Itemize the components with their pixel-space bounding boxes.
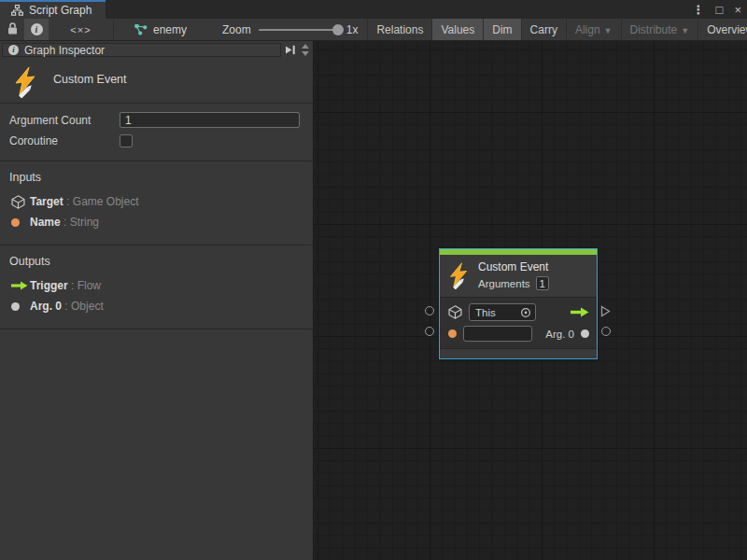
tab-script-graph[interactable]: Script Graph <box>0 0 106 19</box>
input-row-target: Target : Game Object <box>9 192 303 211</box>
flow-arrow-icon <box>9 281 30 290</box>
custom-event-icon <box>448 262 470 289</box>
button-carry[interactable]: Carry <box>522 19 567 40</box>
event-title-block: Custom Event <box>0 58 313 103</box>
stepper-down-icon[interactable] <box>302 51 309 56</box>
inputs-section: Inputs Target : Game Object Name : Strin… <box>0 161 313 245</box>
window-maximize-icon[interactable]: □ <box>716 4 724 16</box>
cube-icon <box>9 195 30 209</box>
output-row-trigger: Trigger : Flow <box>9 276 303 295</box>
inspect-toggle-button[interactable]: i <box>24 19 49 40</box>
breadcrumb-label: enemy <box>153 23 187 36</box>
window-close-icon[interactable]: × <box>734 4 741 16</box>
node-custom-event[interactable]: Custom Event Arguments 1 <box>439 248 598 359</box>
name-input-port[interactable] <box>425 327 434 336</box>
graph-inspector-header: i Graph Inspector <box>2 43 281 57</box>
button-values[interactable]: Values <box>432 19 484 40</box>
zoom-slider-handle[interactable] <box>332 24 344 35</box>
name-port-icon[interactable] <box>448 329 457 338</box>
inputs-heading: Inputs <box>9 171 303 184</box>
node-arguments-label: Arguments <box>478 278 530 289</box>
arg0-port-icon[interactable] <box>581 329 589 338</box>
cube-icon <box>448 305 462 319</box>
outputs-heading: Outputs <box>9 255 303 268</box>
window-menu-icon[interactable]: ⋮ <box>693 4 705 16</box>
output-row-arg0: Arg. 0 : Object <box>9 297 303 315</box>
argument-count-field[interactable] <box>120 112 300 128</box>
window-tab-bar: Script Graph ⋮ □ × <box>0 0 747 19</box>
stepper-up-icon[interactable] <box>302 44 309 49</box>
node-header[interactable]: Custom Event Arguments 1 <box>440 255 597 297</box>
lock-icon <box>7 22 18 37</box>
target-input-port[interactable] <box>425 306 434 315</box>
chevron-down-icon: ▼ <box>681 26 689 35</box>
panel-stepper[interactable] <box>300 44 311 56</box>
trigger-output-port[interactable] <box>600 305 611 320</box>
dock-icon <box>285 45 296 55</box>
flow-arrow-icon[interactable] <box>571 307 589 317</box>
custom-event-icon <box>13 66 38 98</box>
tab-label: Script Graph <box>29 4 92 17</box>
script-graph-icon <box>11 5 23 16</box>
button-overview[interactable]: Overview <box>698 19 747 40</box>
node-target-dropdown[interactable]: This <box>469 303 536 321</box>
inspector-header-label: Graph Inspector <box>24 44 105 57</box>
coroutine-checkbox[interactable] <box>120 134 133 147</box>
object-port-icon <box>11 302 20 311</box>
zoom-label: Zoom <box>222 23 251 36</box>
inspector-event-title: Custom Event <box>53 66 127 86</box>
button-dim[interactable]: Dim <box>484 19 521 40</box>
node-arguments-count[interactable]: 1 <box>536 276 549 290</box>
coroutine-label: Coroutine <box>9 134 120 147</box>
string-port-icon <box>11 218 20 227</box>
button-align[interactable]: Align ▼ <box>567 19 622 40</box>
button-relations[interactable]: Relations <box>368 19 432 40</box>
argument-count-label: Argument Count <box>9 114 120 127</box>
zoom-slider[interactable] <box>259 29 339 31</box>
dock-panel-button[interactable] <box>283 43 298 57</box>
graph-canvas[interactable]: Custom Event Arguments 1 <box>314 41 747 560</box>
code-preview-button[interactable]: <×> <box>49 19 114 40</box>
info-icon: i <box>31 23 43 35</box>
node-arg0-label: Arg. 0 <box>545 329 574 340</box>
zoom-value: 1x <box>346 23 359 36</box>
node-footer <box>440 348 597 358</box>
node-title: Custom Event <box>478 260 549 273</box>
graph-node-icon <box>134 24 148 35</box>
target-picker-icon[interactable] <box>520 307 531 318</box>
graph-inspector-panel: i Graph Inspector <box>0 41 314 560</box>
lock-button[interactable] <box>0 19 24 40</box>
chevron-down-icon: ▼ <box>604 26 613 35</box>
arg0-output-port[interactable] <box>601 327 611 336</box>
node-name-field[interactable] <box>463 326 532 342</box>
graph-breadcrumb[interactable]: enemy <box>114 19 196 40</box>
input-row-name: Name : String <box>9 213 303 231</box>
info-icon: i <box>8 45 19 55</box>
outputs-section: Outputs Trigger : Flow Arg. 0 : Object <box>0 245 313 329</box>
button-distribute[interactable]: Distribute ▼ <box>622 19 699 40</box>
graph-toolbar: i <×> enemy Zoom 1x Relations Values Dim <box>0 19 747 41</box>
